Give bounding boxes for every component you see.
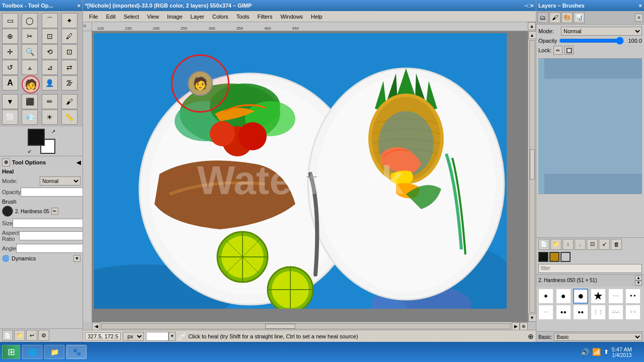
scroll-right-btn[interactable]: ▶ — [512, 322, 520, 330]
raise-layer-btn[interactable]: ↑ — [562, 239, 574, 250]
brush-tool[interactable]: 🖌 — [61, 94, 77, 109]
anchor-layer-btn[interactable]: ↙ — [599, 239, 610, 250]
perspective-tool[interactable]: ⊿ — [42, 60, 58, 75]
rotate-tool[interactable]: ↺ — [2, 60, 18, 75]
reset-colors-icon[interactable]: ↙ — [28, 148, 32, 154]
eraser-tool[interactable]: ⬜ — [2, 110, 18, 125]
v-scroll-track[interactable] — [529, 40, 535, 313]
menu-help[interactable]: Help — [307, 13, 327, 21]
taskbar-gimp-btn[interactable]: 🐾 — [66, 345, 87, 359]
menu-filters[interactable]: Filters — [254, 13, 277, 21]
angle-input[interactable]: 0.00 — [16, 244, 83, 253]
rect-select-tool[interactable]: ▭ — [2, 13, 18, 28]
ellipse-select-tool[interactable]: ◯ — [22, 13, 38, 28]
gimp-maximize-btn[interactable]: □ — [527, 3, 531, 9]
open-image-btn[interactable]: 📁 — [14, 330, 25, 341]
redo-btn[interactable]: ⚙ — [38, 330, 49, 341]
brush-item-9[interactable]: ●● — [573, 305, 588, 320]
size-input[interactable]: 20.00 — [13, 219, 83, 228]
black-swatch[interactable] — [538, 252, 548, 262]
menu-select[interactable]: Select — [120, 13, 143, 21]
h-scroll-track[interactable] — [101, 323, 511, 329]
gold-swatch[interactable] — [549, 252, 559, 262]
brush-item-7[interactable]: ··· — [538, 305, 553, 320]
scroll-up-btn2[interactable]: ▲ — [528, 31, 536, 39]
scissors-tool[interactable]: ✂ — [22, 29, 38, 44]
menu-view[interactable]: View — [143, 13, 163, 21]
brush-item-11[interactable]: ∴∴∴ — [608, 305, 623, 320]
inner-canvas-area[interactable]: Watermark BLUQ... 🧑 — [92, 31, 528, 322]
heal-tool[interactable]: 🧑 — [22, 75, 40, 94]
expand-status-btn[interactable]: ⊕ — [528, 332, 534, 340]
menu-layer[interactable]: Layer — [187, 13, 209, 21]
brush-item-10[interactable]: ⋮⋮ — [591, 305, 606, 320]
brushes-category-select[interactable]: Basic — [554, 333, 642, 341]
h-scroll-thumb[interactable] — [265, 324, 295, 329]
dodge-tool[interactable]: ☀ — [42, 110, 58, 125]
new-layer-group-btn[interactable]: 📁 — [550, 239, 561, 250]
lock-position-btn[interactable]: 🔲 — [565, 46, 574, 55]
scroll-up-btn[interactable]: ▲ — [528, 22, 536, 30]
by-color-select-tool[interactable]: ⊕ — [2, 29, 18, 44]
clone-tool[interactable]: 👤 — [42, 75, 58, 90]
dynamics-toggle[interactable]: ▼ — [73, 255, 80, 262]
zoom-fit-btn[interactable]: ⊕ — [520, 322, 528, 330]
pencil-tool[interactable]: ✏ — [42, 94, 58, 109]
unit-selector[interactable]: px — [123, 332, 144, 341]
undo-btn[interactable]: ↩ — [26, 330, 37, 341]
brush-scroll-up[interactable]: ▲ — [635, 276, 642, 281]
crop-tool[interactable]: ⊡ — [61, 44, 77, 59]
paths-tool[interactable]: 🖊 — [61, 29, 77, 44]
blend-tool[interactable]: ⬛ — [22, 94, 38, 109]
v-scroll-thumb[interactable] — [530, 149, 535, 179]
measure-tool[interactable]: 📏 — [61, 110, 77, 125]
transform-tool[interactable]: ⟲ — [42, 44, 58, 59]
smudge-tool2[interactable]: 🌫 — [61, 75, 77, 90]
layers-tab-icon3[interactable]: 🎨 — [561, 12, 573, 23]
gimp-close-btn[interactable]: × — [531, 3, 534, 9]
new-layer-btn[interactable]: 📄 — [538, 239, 549, 250]
menu-image[interactable]: Image — [163, 13, 187, 21]
zoom-input[interactable]: 200 % — [146, 332, 169, 341]
layers-tab-icon1[interactable]: 🗂 — [537, 12, 548, 23]
foreground-select-tool[interactable]: ⊡ — [42, 29, 58, 44]
lock-pixels-btn[interactable]: ✏ — [553, 46, 562, 55]
delete-layer-btn[interactable]: 🗑 — [611, 239, 622, 250]
brush-item-6[interactable]: ✦✦ — [625, 289, 640, 304]
text-tool[interactable]: A — [2, 75, 18, 90]
tool-options-collapse[interactable]: ◀ — [76, 159, 80, 166]
foreground-color-swatch[interactable] — [28, 129, 45, 146]
airbrush-tool[interactable]: 💨 — [22, 110, 38, 125]
layers-tab-icon2[interactable]: 🖌 — [549, 12, 560, 23]
clock-display[interactable]: 5:47 AM 1/4/2013 — [612, 346, 632, 358]
fuzzy-select-tool[interactable]: ✦ — [61, 13, 77, 28]
brush-filter-input[interactable] — [538, 264, 642, 273]
layer-opacity-slider[interactable] — [559, 37, 624, 44]
brush-item-4[interactable]: ★ — [591, 289, 606, 304]
brush-item-3[interactable]: ● — [573, 289, 588, 304]
menu-windows[interactable]: Windows — [276, 13, 307, 21]
layers-tab-icon4[interactable]: 📊 — [574, 12, 585, 23]
bucket-fill-tool[interactable]: ▼ — [2, 94, 18, 109]
brush-scroll-down[interactable]: ▼ — [635, 281, 642, 286]
brush-item-2[interactable]: ● — [556, 289, 571, 304]
new-image-btn[interactable]: 📄 — [2, 330, 13, 341]
opacity-input[interactable]: 100.0 — [21, 188, 83, 197]
brush-item-8[interactable]: ●● — [556, 305, 571, 320]
tool-options-icon[interactable]: ⚙ — [2, 158, 10, 166]
mode-select[interactable]: Normal — [40, 176, 80, 186]
start-button[interactable]: ⊞ — [2, 345, 20, 359]
taskbar-explorer-btn[interactable]: 📁 — [44, 345, 64, 359]
menu-file[interactable]: File — [85, 13, 102, 21]
brush-item-5[interactable]: ⋅⋅⋅⋅ — [608, 289, 623, 304]
lower-layer-btn[interactable]: ↓ — [575, 239, 586, 250]
zoom-dropdown-btn[interactable]: ▼ — [169, 332, 176, 341]
taskbar-ie-btn[interactable]: 🌐 — [22, 345, 42, 359]
brush-item-1[interactable]: ✦ — [538, 289, 553, 304]
flip-tool[interactable]: ⇄ — [61, 60, 77, 75]
menu-colors[interactable]: Colors — [208, 13, 232, 21]
menu-tools[interactable]: Tools — [232, 13, 254, 21]
layer-mode-select[interactable]: Normal — [561, 27, 642, 36]
duplicate-layer-btn[interactable]: ⊡ — [587, 239, 598, 250]
color-swap-icon[interactable]: ↗ — [51, 129, 55, 134]
